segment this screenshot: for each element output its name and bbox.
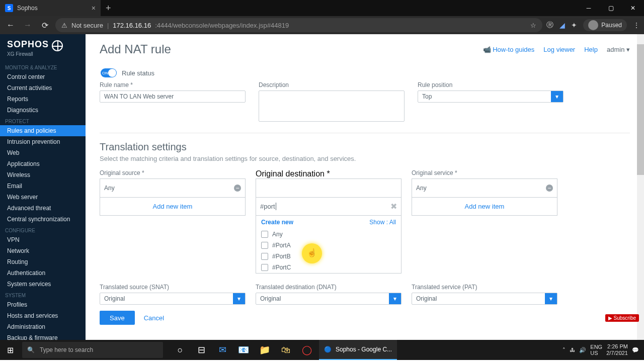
dropdown-option-porta[interactable]: #PortA <box>256 240 401 251</box>
window-minimize[interactable]: ─ <box>578 0 600 16</box>
help-link[interactable]: Help <box>584 46 598 53</box>
extensions-puzzle-icon[interactable]: ✦ <box>571 21 577 29</box>
tab-close-icon[interactable]: × <box>92 4 96 12</box>
cancel-button[interactable]: Cancel <box>144 314 164 322</box>
window-close[interactable]: ✕ <box>622 0 644 16</box>
sidebar-item-email[interactable]: Email <box>0 180 86 192</box>
sidebar-item-authentication[interactable]: Authentication <box>0 267 86 279</box>
translation-settings-heading: Translation settings <box>100 141 630 153</box>
profile-paused[interactable]: Paused <box>583 19 627 31</box>
chrome-icon: 🔵 <box>324 346 332 353</box>
tray-volume-icon[interactable]: 🔊 <box>579 347 586 353</box>
remove-icon[interactable]: − <box>546 185 553 192</box>
translated-source-label: Translated source (SNAT) <box>100 284 246 291</box>
sidebar-section-protect: PROTECT <box>0 116 86 125</box>
sidebar-item-applications[interactable]: Applications <box>0 158 86 169</box>
original-service-label: Original service * <box>412 169 557 176</box>
rule-status-label: Rule status <box>122 69 154 77</box>
sidebar-item-rules-policies[interactable]: Rules and policies <box>0 125 86 136</box>
start-button[interactable]: ⊞ <box>0 340 20 360</box>
not-secure-label: Not secure <box>71 22 103 29</box>
scrollbar[interactable] <box>637 34 644 340</box>
tray-clock[interactable]: 2:26 PM2/7/2021 <box>606 343 628 356</box>
sidebar-item-administration[interactable]: Administration <box>0 321 86 332</box>
rule-position-select[interactable]: Top▾ <box>418 90 564 103</box>
checkbox[interactable] <box>261 253 268 260</box>
address-bar[interactable]: ⚠ Not secure | 172.16.16.16:4444/webcons… <box>55 18 542 32</box>
translated-destination-label: Translated destination (DNAT) <box>256 284 401 291</box>
forward-icon[interactable]: → <box>21 21 34 30</box>
tab-title: Sophos <box>17 5 88 12</box>
sidebar-item-web-server[interactable]: Web server <box>0 192 86 203</box>
sidebar-item-backup-firmware[interactable]: Backup & firmware <box>0 332 86 340</box>
checkbox[interactable] <box>261 242 268 249</box>
sidebar-item-web[interactable]: Web <box>0 147 86 158</box>
translated-source-select[interactable]: Original▾ <box>100 293 246 305</box>
add-new-item-service[interactable]: Add new item <box>412 198 557 216</box>
original-destination-box[interactable] <box>256 178 401 198</box>
rule-status-toggle[interactable]: ON <box>101 68 117 77</box>
log-viewer-link[interactable]: Log viewer <box>543 46 575 53</box>
sidebar-item-profiles[interactable]: Profiles <box>0 299 86 310</box>
translated-service-select[interactable]: Original▾ <box>412 293 557 305</box>
sidebar-item-control-center[interactable]: Control center <box>0 71 86 82</box>
how-to-guides-link[interactable]: 📹 How-to guides <box>483 46 535 53</box>
rule-name-input[interactable] <box>100 90 246 103</box>
chevron-down-icon: ▾ <box>545 293 557 304</box>
back-icon[interactable]: ← <box>4 21 17 30</box>
dropdown-option-portc[interactable]: #PortC <box>256 262 401 273</box>
remove-icon[interactable]: − <box>234 185 241 192</box>
cortana-icon[interactable]: ○ <box>171 340 189 360</box>
tray-lang[interactable]: ENGUS <box>590 344 602 356</box>
sidebar-item-system-services[interactable]: System services <box>0 279 86 290</box>
taskbar-chrome[interactable]: 🔵 Sophos - Google C... <box>319 340 397 360</box>
checkbox[interactable] <box>261 231 268 238</box>
translated-destination-select[interactable]: Original▾ <box>256 293 401 305</box>
sidebar-item-advanced-threat[interactable]: Advanced threat <box>0 203 86 214</box>
sidebar-item-wireless[interactable]: Wireless <box>0 169 86 180</box>
sidebar-item-diagnostics[interactable]: Diagnostics <box>0 105 86 116</box>
notifications-icon[interactable]: 💬 <box>632 347 639 353</box>
mail-icon[interactable]: ✉ <box>213 340 231 360</box>
sidebar-item-reports[interactable]: Reports <box>0 94 86 105</box>
task-view-icon[interactable]: ⊟ <box>192 340 210 360</box>
dropdown-option-any[interactable]: Any <box>256 229 401 240</box>
checkbox[interactable] <box>261 264 268 271</box>
show-all-link[interactable]: Show : All <box>369 219 396 226</box>
new-tab-button[interactable]: + <box>101 3 116 14</box>
extension-icon[interactable]: ◢ <box>559 21 565 29</box>
sidebar-item-intrusion[interactable]: Intrusion prevention <box>0 136 86 147</box>
add-new-item-source[interactable]: Add new item <box>100 198 246 216</box>
sidebar-item-central-sync[interactable]: Central synchronization <box>0 214 86 225</box>
destination-search-input[interactable]: #port <box>260 203 276 210</box>
outlook-icon[interactable]: 📧 <box>234 340 253 360</box>
sidebar-section-monitor: MONITOR & ANALYZE <box>0 62 86 71</box>
sidebar-item-current-activities[interactable]: Current activities <box>0 82 86 94</box>
create-new-link[interactable]: Create new <box>261 219 293 226</box>
original-source-box[interactable]: Any − <box>100 178 246 198</box>
window-maximize[interactable]: ▢ <box>600 0 622 16</box>
reload-icon[interactable]: ⟳ <box>38 21 51 30</box>
bookmark-star-icon[interactable]: ☆ <box>530 22 536 29</box>
opera-icon[interactable]: ◯ <box>298 340 316 360</box>
sidebar-item-hosts-services[interactable]: Hosts and services <box>0 310 86 321</box>
explorer-icon[interactable]: 📁 <box>256 340 274 360</box>
extension-r-icon[interactable]: Ⓡ <box>546 21 553 30</box>
sidebar-item-vpn[interactable]: VPN <box>0 234 86 245</box>
subscribe-badge[interactable]: ▶ Subscribe <box>605 314 639 322</box>
description-textarea[interactable] <box>259 90 405 122</box>
admin-menu[interactable]: admin ▾ <box>607 46 630 53</box>
tray-network-icon[interactable]: 🖧 <box>570 347 575 353</box>
sidebar-section-system: SYSTEM <box>0 290 86 299</box>
dropdown-option-portb[interactable]: #PortB <box>256 251 401 262</box>
clear-search-icon[interactable]: ✖ <box>390 202 397 211</box>
browser-tab[interactable]: S Sophos × <box>0 0 101 16</box>
sidebar-item-network[interactable]: Network <box>0 245 86 256</box>
sidebar-item-routing[interactable]: Routing <box>0 256 86 267</box>
save-button[interactable]: Save <box>100 311 135 325</box>
original-service-box[interactable]: Any − <box>412 178 557 198</box>
browser-menu-icon[interactable]: ⋮ <box>633 21 640 29</box>
tray-chevron-icon[interactable]: ˄ <box>562 347 566 353</box>
taskbar-search[interactable]: 🔍 Type here to search <box>22 342 163 358</box>
store-icon[interactable]: 🛍 <box>277 340 295 360</box>
